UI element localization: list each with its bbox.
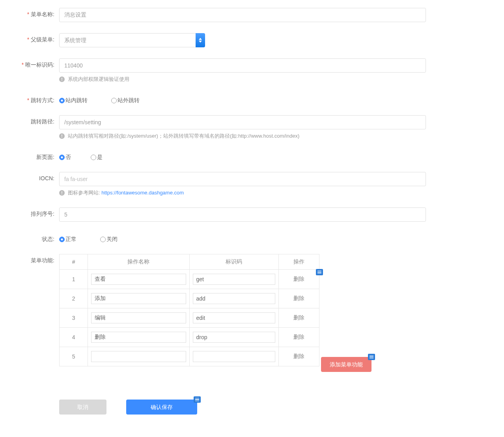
action-name-input[interactable]: [91, 332, 186, 343]
table-row: 3删除: [60, 308, 319, 328]
row-index: 5: [60, 347, 88, 366]
status-normal-radio[interactable]: 正常: [59, 236, 77, 243]
unique-code-label: *唯一标识码:: [16, 58, 59, 69]
icon-reference-link[interactable]: https://fontawesome.dashgame.com: [101, 190, 184, 196]
info-icon: !: [59, 133, 65, 139]
jump-mode-internal-radio[interactable]: 站内跳转: [59, 97, 88, 104]
menu-name-label: *菜单名称:: [16, 8, 59, 18]
select-arrow-icon[interactable]: [196, 33, 205, 47]
new-page-no-radio[interactable]: 否: [59, 154, 71, 161]
sort-input[interactable]: [59, 207, 426, 222]
menu-func-table: # 操作名称 标识码 操作 1删除2删除3删除4删除5删除: [59, 254, 319, 366]
new-page-label: 新页面:: [16, 151, 59, 161]
table-row: 1删除: [60, 270, 319, 289]
sort-label: 排列序号:: [16, 207, 59, 218]
jump-mode-external-radio[interactable]: 站外跳转: [111, 97, 140, 104]
action-name-input[interactable]: [91, 351, 186, 362]
action-code-input[interactable]: [193, 351, 276, 362]
row-index: 4: [60, 328, 88, 347]
action-code-input[interactable]: [193, 332, 276, 343]
list-badge-icon[interactable]: [368, 354, 375, 360]
delete-row-link[interactable]: 删除: [293, 314, 304, 321]
status-label: 状态:: [16, 233, 59, 243]
icon-input[interactable]: [59, 172, 426, 186]
status-closed-radio[interactable]: 关闭: [100, 236, 118, 243]
th-name: 操作名称: [88, 254, 189, 270]
menu-name-input[interactable]: [59, 8, 426, 22]
table-row: 5删除: [60, 347, 319, 366]
jump-path-label: 跳转路径:: [16, 115, 59, 125]
row-index: 3: [60, 308, 88, 328]
action-name-input[interactable]: [91, 293, 186, 304]
info-icon: !: [59, 190, 65, 196]
icon-label: IOCN:: [16, 172, 59, 181]
jump-path-hint: ! 站内跳转填写相对路径(如:/system/user)；站外跳转填写带有域名的…: [59, 133, 426, 140]
table-row: 2删除: [60, 289, 319, 308]
action-name-input[interactable]: [91, 274, 186, 285]
radio-icon: [100, 237, 106, 242]
add-menu-func-button[interactable]: 添加菜单功能: [321, 357, 371, 372]
save-button[interactable]: 确认保存: [126, 400, 197, 415]
th-action: 操作: [279, 254, 319, 270]
radio-icon: [59, 98, 65, 103]
radio-icon: [59, 155, 65, 160]
th-code: 标识码: [189, 254, 279, 270]
delete-row-link[interactable]: 删除: [293, 295, 304, 301]
delete-row-link[interactable]: 删除: [293, 276, 304, 282]
th-index: #: [60, 254, 88, 270]
table-row: 4删除: [60, 328, 319, 347]
row-index: 2: [60, 289, 88, 308]
jump-path-input[interactable]: [59, 115, 426, 129]
jump-mode-label: *跳转方式:: [16, 94, 59, 104]
action-code-input[interactable]: [193, 293, 276, 304]
radio-icon: [59, 237, 65, 242]
delete-row-link[interactable]: 删除: [293, 353, 304, 359]
new-page-yes-radio[interactable]: 是: [91, 154, 103, 161]
cancel-button[interactable]: 取消: [59, 400, 106, 415]
parent-menu-select[interactable]: 系统管理: [59, 33, 205, 47]
list-badge-icon[interactable]: [316, 269, 323, 275]
icon-hint: ! 图标参考网站: https://fontawesome.dashgame.c…: [59, 189, 426, 196]
info-icon: !: [59, 77, 65, 82]
action-name-input[interactable]: [91, 312, 186, 323]
action-code-input[interactable]: [193, 312, 276, 323]
unique-code-input[interactable]: [59, 58, 426, 73]
delete-row-link[interactable]: 删除: [293, 334, 304, 340]
menu-func-label: 菜单功能:: [16, 254, 59, 264]
unique-code-hint: ! 系统内部权限逻辑验证使用: [59, 76, 426, 83]
list-badge-icon[interactable]: [194, 396, 201, 403]
radio-icon: [91, 155, 96, 160]
radio-icon: [111, 98, 117, 103]
parent-menu-label: *父级菜单:: [16, 33, 59, 43]
action-code-input[interactable]: [193, 274, 276, 285]
row-index: 1: [60, 270, 88, 289]
